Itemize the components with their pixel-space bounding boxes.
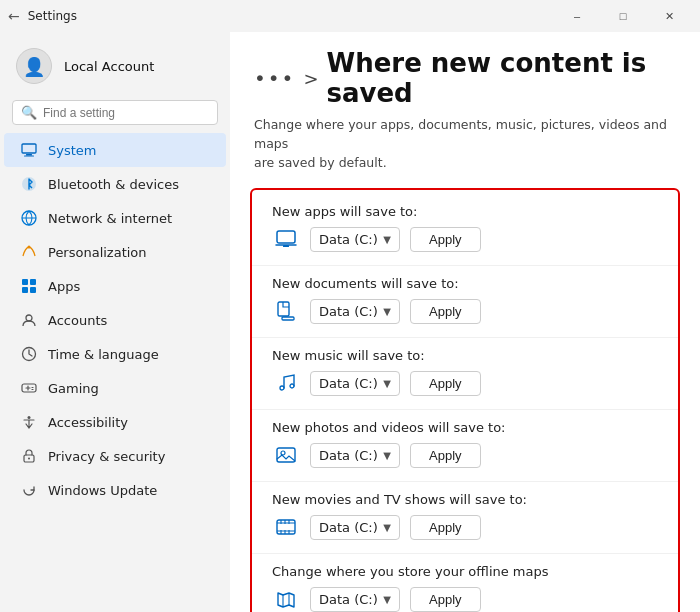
avatar: 👤 <box>16 48 52 84</box>
music-apply-button[interactable]: Apply <box>410 371 481 396</box>
sidebar-item-network[interactable]: Network & internet <box>4 201 226 235</box>
page-title: Where new content is saved <box>326 48 676 108</box>
svg-point-5 <box>28 246 31 249</box>
system-icon <box>20 141 38 159</box>
movies-drive-value: Data (C:) <box>319 520 378 535</box>
svg-point-13 <box>28 416 31 419</box>
apps-dropdown-caret: ▼ <box>383 234 391 245</box>
maps-storage-icon <box>272 585 300 612</box>
svg-rect-0 <box>22 144 36 153</box>
svg-rect-19 <box>282 317 294 320</box>
sidebar-label-accessibility: Accessibility <box>48 415 128 430</box>
sidebar-label-bluetooth: Bluetooth & devices <box>48 177 179 192</box>
avatar-icon: 👤 <box>23 56 45 77</box>
sidebar-label-apps: Apps <box>48 279 80 294</box>
user-section: 👤 Local Account <box>0 40 230 100</box>
back-icon[interactable]: ← <box>8 8 20 24</box>
documents-drive-dropdown[interactable]: Data (C:) ▼ <box>310 299 400 324</box>
svg-rect-2 <box>24 156 34 157</box>
music-dropdown-caret: ▼ <box>383 378 391 389</box>
svg-point-15 <box>28 458 30 460</box>
sidebar-item-personalization[interactable]: Personalization <box>4 235 226 269</box>
photos-drive-dropdown[interactable]: Data (C:) ▼ <box>310 443 400 468</box>
photos-apply-button[interactable]: Apply <box>410 443 481 468</box>
sidebar: 👤 Local Account 🔍 System Bluetooth & dev… <box>0 32 230 612</box>
sidebar-label-time: Time & language <box>48 347 159 362</box>
documents-apply-button[interactable]: Apply <box>410 299 481 324</box>
svg-rect-17 <box>283 245 289 247</box>
photos-storage-icon <box>272 441 300 469</box>
music-drive-value: Data (C:) <box>319 376 378 391</box>
storage-row-maps: Change where you store your offline maps… <box>252 554 678 612</box>
svg-point-21 <box>290 384 294 388</box>
music-drive-dropdown[interactable]: Data (C:) ▼ <box>310 371 400 396</box>
sidebar-item-bluetooth[interactable]: Bluetooth & devices <box>4 167 226 201</box>
maximize-button[interactable]: □ <box>600 0 646 32</box>
svg-rect-8 <box>22 287 28 293</box>
storage-row-movies: New movies and TV shows will save to: Da… <box>252 482 678 554</box>
maps-dropdown-caret: ▼ <box>383 594 391 605</box>
content-header: ••• > Where new content is saved <box>230 32 700 116</box>
time-icon <box>20 345 38 363</box>
storage-row-documents: New documents will save to: Data (C:) ▼ … <box>252 266 678 338</box>
storage-row-apps: New apps will save to: Data (C:) ▼ Apply <box>252 194 678 266</box>
maps-apply-button[interactable]: Apply <box>410 587 481 612</box>
sidebar-label-personalization: Personalization <box>48 245 147 260</box>
breadcrumb-dots[interactable]: ••• <box>254 66 295 90</box>
titlebar: ← Settings – □ ✕ <box>0 0 700 32</box>
svg-point-23 <box>281 451 285 455</box>
svg-rect-9 <box>30 287 36 293</box>
close-button[interactable]: ✕ <box>646 0 692 32</box>
movies-drive-dropdown[interactable]: Data (C:) ▼ <box>310 515 400 540</box>
storage-row-maps-label: Change where you store your offline maps <box>272 564 658 579</box>
user-name: Local Account <box>64 59 154 74</box>
storage-row-movies-label: New movies and TV shows will save to: <box>272 492 658 507</box>
documents-drive-value: Data (C:) <box>319 304 378 319</box>
sidebar-item-accessibility[interactable]: Accessibility <box>4 405 226 439</box>
sidebar-item-gaming[interactable]: Gaming <box>4 371 226 405</box>
documents-storage-icon <box>272 297 300 325</box>
privacy-icon <box>20 447 38 465</box>
search-box[interactable]: 🔍 <box>12 100 218 125</box>
apps-apply-button[interactable]: Apply <box>410 227 481 252</box>
maps-drive-dropdown[interactable]: Data (C:) ▼ <box>310 587 400 612</box>
personalization-icon <box>20 243 38 261</box>
svg-rect-1 <box>26 154 32 156</box>
movies-dropdown-caret: ▼ <box>383 522 391 533</box>
sidebar-item-privacy[interactable]: Privacy & security <box>4 439 226 473</box>
storage-row-photos-controls: Data (C:) ▼ Apply <box>272 441 658 469</box>
svg-rect-6 <box>22 279 28 285</box>
apps-drive-value: Data (C:) <box>319 232 378 247</box>
storage-panel: New apps will save to: Data (C:) ▼ Apply… <box>250 188 680 612</box>
svg-rect-22 <box>277 448 295 462</box>
storage-row-music: New music will save to: Data (C:) ▼ Appl… <box>252 338 678 410</box>
sidebar-item-accounts[interactable]: Accounts <box>4 303 226 337</box>
apps-icon <box>20 277 38 295</box>
sidebar-label-system: System <box>48 143 96 158</box>
sidebar-label-update: Windows Update <box>48 483 157 498</box>
sidebar-item-system[interactable]: System <box>4 133 226 167</box>
storage-row-music-controls: Data (C:) ▼ Apply <box>272 369 658 397</box>
svg-rect-16 <box>277 231 295 243</box>
sidebar-item-time[interactable]: Time & language <box>4 337 226 371</box>
sidebar-label-gaming: Gaming <box>48 381 99 396</box>
network-icon <box>20 209 38 227</box>
storage-row-photos-label: New photos and videos will save to: <box>272 420 658 435</box>
storage-row-apps-controls: Data (C:) ▼ Apply <box>272 225 658 253</box>
maps-drive-value: Data (C:) <box>319 592 378 607</box>
app-body: 👤 Local Account 🔍 System Bluetooth & dev… <box>0 32 700 612</box>
sidebar-item-apps[interactable]: Apps <box>4 269 226 303</box>
movies-apply-button[interactable]: Apply <box>410 515 481 540</box>
apps-storage-icon <box>272 225 300 253</box>
accounts-icon <box>20 311 38 329</box>
apps-drive-dropdown[interactable]: Data (C:) ▼ <box>310 227 400 252</box>
accessibility-icon <box>20 413 38 431</box>
search-input[interactable] <box>43 106 209 120</box>
storage-row-movies-controls: Data (C:) ▼ Apply <box>272 513 658 541</box>
sidebar-label-accounts: Accounts <box>48 313 107 328</box>
storage-row-apps-label: New apps will save to: <box>272 204 658 219</box>
minimize-button[interactable]: – <box>554 0 600 32</box>
titlebar-left: ← Settings <box>8 8 77 24</box>
sidebar-label-network: Network & internet <box>48 211 172 226</box>
sidebar-item-update[interactable]: Windows Update <box>4 473 226 507</box>
